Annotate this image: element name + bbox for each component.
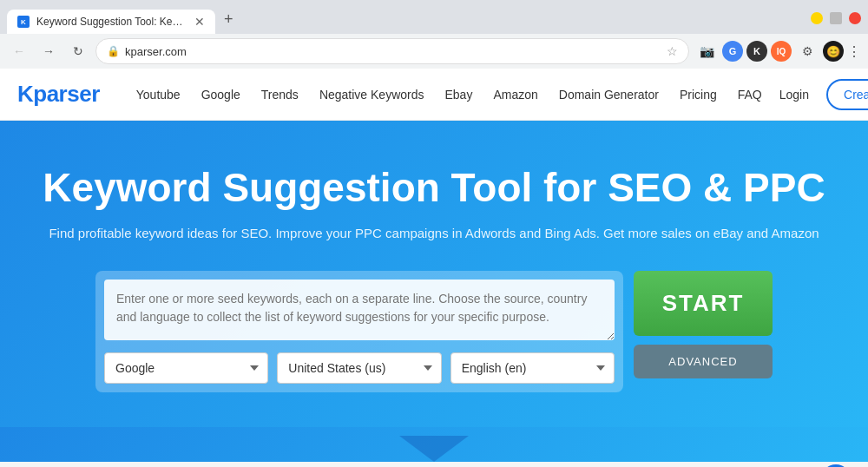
login-button[interactable]: Login (773, 88, 816, 102)
window-close-button[interactable] (849, 12, 861, 24)
tab-title: Keyword Suggestion Tool: Keyw... (36, 16, 187, 28)
search-box: Google Bing YouTube Amazon eBay United S… (95, 271, 623, 392)
nav-links: Youtube Google Trends Negative Keywords … (126, 88, 773, 102)
profile-extension-icon[interactable]: 😊 (823, 41, 844, 62)
navbar: Kparser Youtube Google Trends Negative K… (0, 69, 868, 121)
browser-chrome: K Keyword Suggestion Tool: Keyw... ✕ + ←… (0, 0, 868, 69)
nav-trends[interactable]: Trends (251, 88, 309, 102)
screenshot-icon[interactable]: 📷 (694, 39, 719, 63)
create-account-button[interactable]: Create account (826, 79, 868, 110)
arrow-section (0, 427, 868, 462)
forward-button[interactable]: → (36, 39, 61, 63)
k-extension-icon[interactable]: K (746, 41, 767, 62)
page-content: Kparser Youtube Google Trends Negative K… (0, 69, 868, 467)
back-button[interactable]: ← (7, 39, 31, 63)
secure-icon: 🔒 (107, 45, 120, 57)
nav-domain-generator[interactable]: Domain Generator (549, 88, 669, 102)
new-tab-button[interactable]: + (217, 5, 240, 34)
bookmark-icon[interactable]: ☆ (667, 44, 678, 58)
nav-youtube[interactable]: Youtube (126, 88, 191, 102)
settings-extension-icon[interactable]: ⚙ (795, 39, 819, 63)
window-minimize-button[interactable] (811, 12, 823, 24)
search-buttons: START ADVANCED (634, 271, 773, 378)
hero-title: Keyword Suggestion Tool for SEO & PPC (17, 164, 851, 212)
hero-section: Keyword Suggestion Tool for SEO & PPC Fi… (0, 121, 868, 427)
tab-close-button[interactable]: ✕ (194, 15, 205, 29)
browser-titlebar: K Keyword Suggestion Tool: Keyw... ✕ + (0, 0, 868, 34)
reload-button[interactable]: ↻ (66, 39, 90, 63)
google-extension-icon[interactable]: G (722, 41, 743, 62)
browser-toolbar: ← → ↻ 🔒 kparser.com ☆ 📷 G K IQ ⚙ 😊 ⋮ (0, 34, 868, 69)
keyword-input[interactable] (104, 280, 615, 340)
hero-subtitle: Find profitable keyword ideas for SEO. I… (17, 226, 851, 240)
window-maximize-button[interactable] (830, 12, 842, 24)
browser-menu-button[interactable]: ⋮ (847, 43, 861, 60)
toolbar-extensions: 📷 G K IQ ⚙ 😊 ⋮ (694, 39, 861, 63)
nav-faq[interactable]: FAQ (727, 88, 773, 102)
nav-negative-keywords[interactable]: Negative Keywords (309, 88, 435, 102)
tab-favicon: K (17, 16, 30, 28)
nav-amazon[interactable]: Amazon (483, 88, 548, 102)
nav-google[interactable]: Google (191, 88, 251, 102)
nav-ebay[interactable]: Ebay (435, 88, 483, 102)
language-select[interactable]: English (en) Spanish (es) French (fr) (450, 352, 615, 384)
tab-bar: K Keyword Suggestion Tool: Keyw... ✕ + (7, 5, 240, 34)
iq-extension-icon[interactable]: IQ (771, 41, 792, 62)
nav-right: Login Create account (773, 79, 868, 110)
advanced-button[interactable]: ADVANCED (634, 345, 773, 378)
address-bar[interactable]: 🔒 kparser.com ☆ (95, 38, 689, 64)
logo[interactable]: Kparser (17, 81, 100, 108)
active-tab[interactable]: K Keyword Suggestion Tool: Keyw... ✕ (7, 10, 215, 34)
url-text: kparser.com (125, 45, 661, 58)
search-container: Google Bing YouTube Amazon eBay United S… (95, 271, 773, 392)
down-arrow-icon (399, 436, 469, 462)
nav-pricing[interactable]: Pricing (669, 88, 727, 102)
start-button[interactable]: START (634, 271, 773, 336)
country-select[interactable]: United States (us) United Kingdom (uk) C… (277, 352, 441, 384)
search-selects: Google Bing YouTube Amazon eBay United S… (104, 352, 615, 384)
source-select[interactable]: Google Bing YouTube Amazon eBay (104, 352, 268, 384)
page-bottom: <strong>Kparser Discovers All The Highly… (0, 462, 868, 467)
